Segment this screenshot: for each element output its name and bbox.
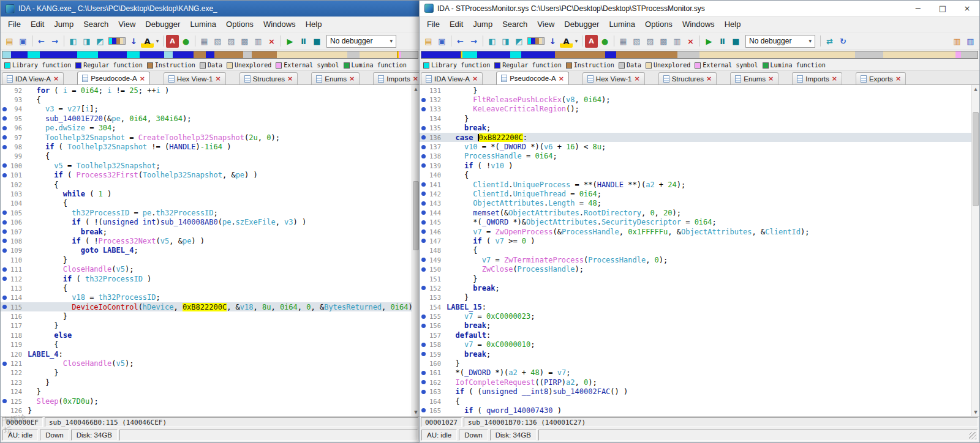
- debugger-run-icon[interactable]: ▶: [284, 35, 296, 48]
- code-line[interactable]: 144 memset(&ObjectAttributes.RootDirecto…: [420, 208, 971, 217]
- code-line[interactable]: 98 if ( Toolhelp32Snapshot != (HANDLE)-1…: [1, 142, 412, 151]
- close-icon[interactable]: ×: [349, 75, 355, 82]
- close-icon[interactable]: ×: [140, 75, 145, 82]
- debugger-pause-icon[interactable]: Ⅱ: [716, 35, 729, 48]
- jump-name-icon[interactable]: ◨: [80, 35, 93, 48]
- code-line[interactable]: 122 }: [1, 368, 412, 378]
- code-line[interactable]: 162 IofCompleteRequest((PIRP)a2, 0);: [420, 378, 971, 387]
- tab-structures[interactable]: Structures×: [658, 72, 717, 84]
- code-line[interactable]: 146 v7 = ZwOpenProcess(&ProcessHandle, 0…: [420, 227, 971, 236]
- refresh-icon[interactable]: ↻: [837, 35, 850, 48]
- code-line[interactable]: 157 default:: [420, 330, 971, 340]
- code-line[interactable]: 92 for ( i = 0i64; i != 25; ++i ): [1, 86, 412, 95]
- tab-enums[interactable]: Enums×: [311, 72, 360, 84]
- menu-item-windows[interactable]: Windows: [258, 18, 301, 30]
- code-line[interactable]: 116 }: [1, 311, 412, 321]
- menu-item-jump[interactable]: Jump: [468, 18, 497, 30]
- code-line[interactable]: 138 ProcessHandle = 0i64;: [420, 152, 971, 161]
- scroll-up-icon[interactable]: ▲: [972, 85, 979, 93]
- highlight-caret-icon[interactable]: ▾: [154, 35, 160, 48]
- code-line[interactable]: 111 CloseHandle(v5);: [1, 264, 412, 274]
- menu-item-edit[interactable]: Edit: [26, 18, 49, 30]
- lumina-status-icon[interactable]: ●: [598, 35, 611, 48]
- code-line[interactable]: 115 DeviceIoControl(hDevice, 0xB822200C,…: [1, 302, 412, 311]
- mark-position-icon[interactable]: A: [166, 35, 179, 48]
- create-struct-icon[interactable]: ▦: [198, 35, 211, 48]
- save-icon[interactable]: ▣: [435, 35, 448, 48]
- vertical-scrollbar[interactable]: ▲ ▼: [971, 85, 979, 416]
- menu-item-help[interactable]: Help: [301, 18, 327, 30]
- menu-item-search[interactable]: Search: [497, 18, 532, 30]
- code-line[interactable]: 108 if ( !Process32Next(v5, &pe) ): [1, 236, 412, 245]
- code-line[interactable]: 140 {: [420, 171, 971, 180]
- xref-icon[interactable]: ▩: [657, 35, 670, 48]
- code-line[interactable]: 95 sub_14001E720(&pe, 0i64, 304i64);: [1, 114, 412, 123]
- code-line[interactable]: 117 }: [1, 321, 412, 330]
- code-line[interactable]: 156 break;: [420, 321, 971, 330]
- menu-item-help[interactable]: Help: [720, 18, 746, 30]
- close-icon[interactable]: ×: [955, 1, 979, 16]
- open-file-icon[interactable]: ▤: [422, 35, 435, 48]
- back-icon[interactable]: ←: [35, 35, 48, 48]
- code-line[interactable]: 158 v7 = 0xC0000010;: [420, 340, 971, 349]
- code-line[interactable]: 123 }: [1, 378, 412, 387]
- code-line[interactable]: 101 if ( Process32First(Toolhelp32Snapsh…: [1, 171, 412, 180]
- close-icon[interactable]: ×: [768, 75, 774, 82]
- struct-view-icon[interactable]: ▧: [630, 35, 643, 48]
- code-line[interactable]: 153 }: [420, 293, 971, 302]
- xref-icon[interactable]: ▩: [238, 35, 251, 48]
- highlight-caret-icon[interactable]: ▾: [573, 35, 579, 48]
- close-icon[interactable]: ×: [895, 75, 901, 82]
- code-line[interactable]: 161 *(_DWORD *)(a2 + 48) = v7;: [420, 368, 971, 378]
- code-line[interactable]: 99 {: [1, 152, 412, 161]
- code-line[interactable]: 160 }: [420, 359, 971, 368]
- scrollbar-thumb[interactable]: [413, 181, 419, 250]
- enum-view-icon[interactable]: ▨: [225, 35, 238, 48]
- code-line[interactable]: 113 {: [1, 283, 412, 292]
- highlight-color-icon[interactable]: A: [141, 35, 154, 48]
- back-icon[interactable]: ←: [454, 35, 467, 48]
- create-struct-icon[interactable]: ▦: [617, 35, 630, 48]
- close-icon[interactable]: ×: [559, 75, 564, 82]
- code-line[interactable]: 105 th32ProcessID = pe.th32ProcessID;: [1, 208, 412, 217]
- code-line[interactable]: 94 v3 = v27[i];: [1, 105, 412, 114]
- code-line[interactable]: 120LABEL_4:: [1, 349, 412, 359]
- scrollbar-track[interactable]: [972, 93, 979, 408]
- title-bar[interactable]: IDA - STProcessMonitor.sys C:\Users\PC\D…: [420, 1, 979, 17]
- code-line[interactable]: 150 ZwClose(ProcessHandle);: [420, 264, 971, 274]
- menu-item-debugger[interactable]: Debugger: [140, 18, 185, 30]
- jump-down-icon[interactable]: ↓: [546, 35, 559, 48]
- close-icon[interactable]: ×: [413, 75, 418, 82]
- jump-address-icon[interactable]: ◩: [94, 35, 107, 48]
- patch-icon[interactable]: ▥: [252, 35, 265, 48]
- tab-imports[interactable]: Imports×: [792, 72, 842, 84]
- code-line[interactable]: 93 {: [1, 95, 412, 104]
- close-icon[interactable]: ×: [215, 75, 221, 82]
- forward-icon[interactable]: →: [48, 35, 61, 48]
- code-area[interactable]: 131 }132 FltReleasePushLockEx(v8, 0i64);…: [420, 85, 971, 416]
- code-line[interactable]: 154LABEL_15:: [420, 302, 971, 311]
- struct-view-icon[interactable]: ▧: [211, 35, 224, 48]
- debugger-pause-icon[interactable]: Ⅱ: [297, 35, 310, 48]
- code-line[interactable]: 136 case 0xB822200C:: [420, 133, 971, 142]
- code-line[interactable]: 137 v10 = *(_DWORD *)(v6 + 16) < 8u;: [420, 142, 971, 151]
- scroll-down-icon[interactable]: ▼: [972, 408, 979, 416]
- nav-band[interactable]: [2, 51, 418, 59]
- code-line[interactable]: 124 }: [1, 387, 412, 396]
- menu-item-lumina[interactable]: Lumina: [185, 18, 221, 30]
- open-file-icon[interactable]: ▤: [3, 35, 16, 48]
- code-line[interactable]: 96 pe.dwSize = 304;: [1, 124, 412, 133]
- close-icon[interactable]: ×: [287, 75, 293, 82]
- menu-item-view[interactable]: View: [113, 18, 140, 30]
- code-line[interactable]: 135 break;: [420, 124, 971, 133]
- menu-item-search[interactable]: Search: [78, 18, 113, 30]
- code-line[interactable]: 119 {: [1, 340, 412, 349]
- code-line[interactable]: 165 if ( qword_140007430 ): [420, 406, 971, 415]
- delete-icon[interactable]: ×: [684, 35, 697, 48]
- menu-item-file[interactable]: File: [3, 18, 26, 30]
- delete-icon[interactable]: ×: [265, 35, 278, 48]
- tab-exports[interactable]: Exports×: [856, 72, 906, 84]
- code-line[interactable]: 100 v5 = Toolhelp32Snapshot;: [1, 161, 412, 170]
- code-line[interactable]: 139 if ( !v10 ): [420, 161, 971, 170]
- code-line[interactable]: 132 FltReleasePushLockEx(v8, 0i64);: [420, 95, 971, 104]
